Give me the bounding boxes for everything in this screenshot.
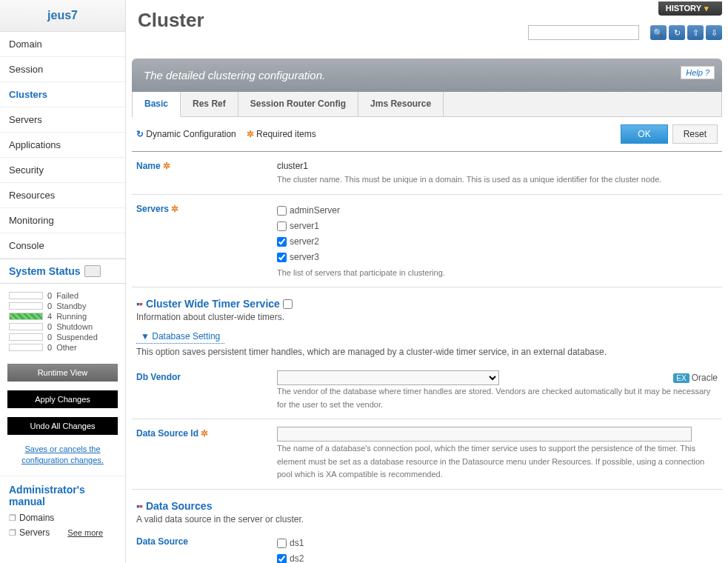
stat-running: 4Running [9, 312, 116, 321]
checkbox[interactable] [277, 554, 287, 563]
label-dbvendor: Db Vendor [136, 370, 277, 411]
system-status-header: System Status [0, 259, 125, 284]
sidebar: jeus7 Domain Session Clusters Servers Ap… [0, 0, 126, 563]
ds-ds2[interactable]: ds2 [277, 552, 718, 563]
book-icon [9, 527, 16, 538]
dbvendor-example: EXOracle [673, 371, 718, 385]
tab-session-router-config[interactable]: Session Router Config [238, 92, 358, 116]
nav-console[interactable]: Console [0, 233, 125, 259]
dbvendor-desc: The vendor of the database where timer h… [277, 385, 718, 411]
checkbox[interactable] [277, 237, 287, 247]
section-cwts: Cluster Wide Timer Service Information a… [132, 287, 722, 325]
dbvendor-select[interactable] [277, 370, 499, 385]
checkbox[interactable] [277, 221, 287, 231]
server-server3[interactable]: server3 [277, 250, 718, 264]
nav-resources[interactable]: Resources [0, 183, 125, 208]
row-name: Name ✲ cluster1 The cluster name. This m… [132, 152, 722, 195]
required-items-legend: ✲ Required items [247, 129, 316, 139]
banner-text: The detailed clustering configuration. [144, 69, 325, 81]
book-icon [9, 513, 16, 523]
nav-applications[interactable]: Applications [0, 133, 125, 158]
datasources-title: Data Sources [146, 500, 212, 512]
runtime-view-button[interactable]: Runtime View [7, 364, 118, 382]
nav-security[interactable]: Security [0, 158, 125, 183]
server-server1[interactable]: server1 [277, 219, 718, 233]
banner: The detailed clustering configuration. H… [132, 59, 722, 92]
label-datasource: Data Source [136, 535, 277, 563]
toggle-icon [136, 298, 143, 310]
checkbox[interactable] [277, 253, 287, 262]
manual-header: Administrator's manual [0, 476, 125, 510]
row-dsid: Data Source Id ✲ The name of a database'… [132, 419, 722, 489]
monitor-icon [84, 265, 101, 277]
toggle-icon [136, 500, 143, 512]
db-setting-row: ▼ Database Setting This option saves per… [132, 325, 722, 363]
refresh-icon[interactable]: ↻ [669, 25, 685, 40]
export-xml-icon[interactable]: ⇧ [687, 25, 704, 40]
stat-other: 0Other [9, 343, 116, 352]
row-servers: Servers ✲ adminServer server1 server2 se… [132, 195, 722, 287]
stat-shutdown: 0Shutdown [9, 322, 116, 331]
name-desc: The cluster name. This must be unique in… [277, 173, 718, 187]
label-servers: Servers ✲ [136, 202, 277, 279]
search-input[interactable] [528, 25, 639, 40]
required-icon: ✲ [163, 161, 170, 171]
checkbox[interactable] [277, 206, 287, 216]
nav-session[interactable]: Session [0, 57, 125, 82]
system-status-title: System Status [9, 265, 80, 277]
tab-jms-resource[interactable]: Jms Resource [358, 92, 444, 116]
refresh-icon: ↻ [136, 129, 144, 139]
brand: jeus7 [0, 0, 125, 32]
section-datasources: Data Sources A valid data source in the … [132, 490, 722, 527]
tabs: Basic Res Ref Session Router Config Jms … [132, 92, 722, 117]
server-server2[interactable]: server2 [277, 235, 718, 249]
nav-clusters[interactable]: Clusters [0, 82, 125, 107]
apply-changes-button[interactable]: Apply Changes [7, 390, 118, 408]
manual-servers[interactable]: ServersSee more [0, 525, 125, 540]
stat-suspended: 0Suspended [9, 333, 116, 342]
nav-domain[interactable]: Domain [0, 32, 125, 57]
manual-domains[interactable]: Domains [0, 510, 125, 525]
dsid-input[interactable] [277, 427, 692, 442]
ok-button[interactable]: OK [621, 124, 667, 144]
label-dsid: Data Source Id ✲ [136, 427, 277, 481]
system-status: 0Failed 0Standby 4Running 0Shutdown 0Sus… [0, 284, 125, 359]
save-cancel-note[interactable]: Saves or cancels the configuration chang… [7, 444, 118, 467]
row-datasource: Data Source ds1 ds2 ds3 A data source ID… [132, 527, 722, 563]
tab-basic[interactable]: Basic [133, 92, 181, 117]
nav-servers[interactable]: Servers [0, 107, 125, 133]
datasources-desc: A valid data source in the server or clu… [136, 514, 718, 524]
help-button[interactable]: Help ? [681, 66, 715, 79]
row-dbvendor: Db Vendor EXOracle The vendor of the dat… [132, 363, 722, 419]
see-more-link[interactable]: See more [67, 528, 103, 537]
cwts-title: Cluster Wide Timer Service [146, 298, 280, 310]
top-icons: 🔍 ↻ ⇧ ⇩ [650, 25, 722, 40]
search-icon[interactable]: 🔍 [650, 25, 667, 40]
nav-monitoring[interactable]: Monitoring [0, 208, 125, 233]
database-setting-link[interactable]: ▼ Database Setting [136, 325, 224, 344]
tab-res-ref[interactable]: Res Ref [181, 92, 238, 116]
servers-desc: The list of servers that participate in … [277, 267, 718, 280]
name-value: cluster1 [277, 159, 718, 173]
cwts-checkbox[interactable] [283, 299, 293, 309]
import-xml-icon[interactable]: ⇩ [706, 25, 722, 40]
db-setting-desc: This option saves persistent timer handl… [136, 344, 718, 363]
server-adminserver[interactable]: adminServer [277, 204, 718, 218]
nav: Domain Session Clusters Servers Applicat… [0, 32, 125, 259]
legend-row: ↻ Dynamic Configuration ✲ Required items… [132, 117, 722, 152]
stat-failed: 0Failed [9, 291, 116, 300]
undo-all-changes-button[interactable]: Undo All Changes [7, 417, 118, 435]
stat-standby: 0Standby [9, 302, 116, 310]
ex-badge: EX [673, 373, 689, 383]
main: HISTORY Cluster 🔍 ↻ ⇧ ⇩ The detailed clu… [126, 0, 728, 563]
history-button[interactable]: HISTORY [658, 1, 722, 16]
checkbox[interactable] [277, 539, 287, 548]
cwts-desc: Information about cluster-wide timers. [136, 312, 718, 322]
required-icon: ✲ [171, 204, 178, 214]
required-icon: ✲ [201, 428, 208, 439]
label-name: Name ✲ [136, 159, 277, 187]
reset-button[interactable]: Reset [672, 124, 718, 144]
ds-ds1[interactable]: ds1 [277, 536, 718, 550]
dsid-desc: The name of a database's connection pool… [277, 442, 718, 482]
dynamic-config-legend: ↻ Dynamic Configuration [136, 129, 236, 139]
